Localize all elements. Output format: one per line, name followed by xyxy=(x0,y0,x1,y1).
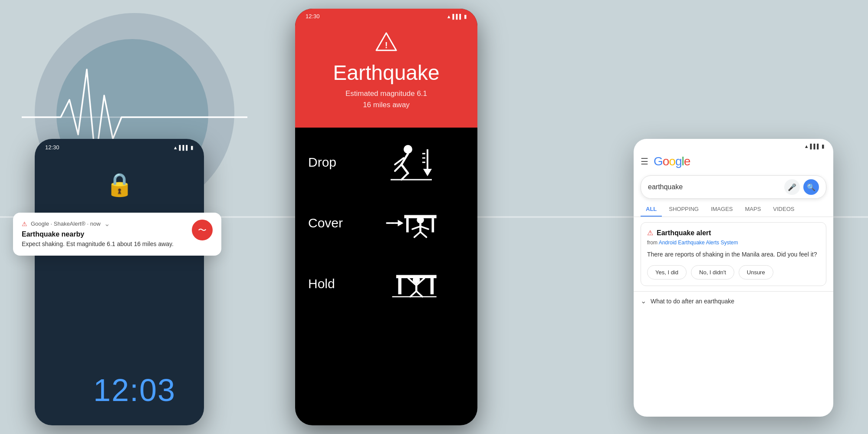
google-status-icons: ▲ ▌▌▌ ▮ xyxy=(804,143,825,149)
drop-label: Drop xyxy=(308,155,352,170)
eq-response-buttons: Yes, I did No, I didn't Unsure xyxy=(647,265,820,279)
hold-label: Hold xyxy=(308,276,352,291)
alert-subtitle: Estimated magnitude 6.1 16 miles away xyxy=(345,88,427,110)
svg-line-23 xyxy=(421,232,427,237)
svg-rect-31 xyxy=(431,278,434,294)
search-button[interactable]: 🔍 xyxy=(803,179,819,195)
svg-line-8 xyxy=(401,173,408,180)
alert-red-section: ! Earthquake Estimated magnitude 6.1 16 … xyxy=(295,22,477,128)
notification-content: ⚠ Google · ShakeAlert® · now ⌄ Earthquak… xyxy=(22,220,187,249)
lock-icon: 🔒 xyxy=(105,171,134,198)
svg-line-36 xyxy=(410,291,416,297)
tab-shopping[interactable]: SHOPPING xyxy=(664,202,704,217)
eq-warning-icon: ⚠ xyxy=(647,229,653,237)
svg-text:!: ! xyxy=(385,40,388,50)
left-section: 12:30 ▲ ▌▌▌ ▮ 🔒 ⚠ Google · ShakeAlert® ·… xyxy=(0,0,269,434)
alert-distance: 16 miles away xyxy=(363,101,410,109)
svg-line-6 xyxy=(395,164,401,171)
notification-body: Expect shaking. Est magnitude 6.1 about … xyxy=(22,240,187,249)
tab-maps[interactable]: MAPS xyxy=(740,202,766,217)
alert-magnitude: Estimated magnitude 6.1 xyxy=(345,89,427,98)
eq-alert-header: ⚠ Earthquake alert xyxy=(647,229,820,237)
yes-i-did-button[interactable]: Yes, I did xyxy=(647,265,687,279)
clock-display: 12:03 xyxy=(0,372,269,408)
status-time: 12:30 xyxy=(45,144,59,151)
google-header: ☰ Google xyxy=(634,151,833,172)
cover-instruction: Cover xyxy=(308,201,464,245)
hold-icon-area xyxy=(360,262,464,306)
tab-images[interactable]: IMAGES xyxy=(706,202,738,217)
microphone-icon: 🎤 xyxy=(788,183,796,191)
cover-icon-area xyxy=(360,201,464,245)
warning-triangle-icon: ⚠ xyxy=(22,220,27,227)
cover-label: Cover xyxy=(308,216,352,230)
eq-alert-source: from Android Earthquake Alerts System xyxy=(647,240,820,246)
svg-marker-11 xyxy=(423,169,432,176)
svg-line-37 xyxy=(416,291,422,297)
notification-action-button[interactable]: 〜 xyxy=(192,220,213,240)
earthquake-alert-card: ⚠ Earthquake alert from Android Earthqua… xyxy=(641,222,826,286)
alert-instructions-section: Drop xyxy=(295,128,477,336)
google-phone-status-bar: ▲ ▌▌▌ ▮ xyxy=(634,139,833,151)
alert-status-time: 12:30 xyxy=(306,13,320,20)
tab-all[interactable]: ALL xyxy=(641,202,662,217)
alert-triangle-icon: ! xyxy=(375,31,397,56)
google-logo: Google xyxy=(654,155,690,168)
cover-figure-icon xyxy=(384,201,441,245)
hold-instruction: Hold xyxy=(308,262,464,306)
svg-point-3 xyxy=(404,145,412,154)
eq-alert-body: There are reports of shaking in the Mani… xyxy=(647,250,820,259)
notification-header: ⚠ Google · ShakeAlert® · now ⌄ xyxy=(22,220,187,228)
alert-phone: 12:30 ▲ ▌▌▌ ▮ ! Earthquake Estimated mag… xyxy=(295,9,477,425)
phone-status-bar: 12:30 ▲ ▌▌▌ ▮ xyxy=(35,139,204,154)
drop-figure-icon xyxy=(384,141,441,184)
notification-chevron-icon[interactable]: ⌄ xyxy=(104,220,110,228)
notification-title: Earthquake nearby xyxy=(22,230,187,238)
svg-line-7 xyxy=(401,164,408,173)
status-icons: ▲ ▌▌▌ ▮ xyxy=(173,145,194,151)
unsure-button[interactable]: Unsure xyxy=(739,265,773,279)
alert-title: Earthquake xyxy=(333,61,440,85)
drop-icon-area xyxy=(360,141,464,184)
seismic-wave-icon: 〜 xyxy=(198,224,207,236)
svg-line-21 xyxy=(421,226,429,229)
eq-source-link[interactable]: Android Earthquake Alerts System xyxy=(659,240,738,246)
search-bar[interactable]: earthquake 🎤 🔍 xyxy=(641,175,826,199)
svg-rect-30 xyxy=(398,278,401,294)
svg-line-22 xyxy=(414,232,421,237)
no-i-didnt-button[interactable]: No, I didn't xyxy=(691,265,734,279)
svg-marker-25 xyxy=(398,220,404,227)
svg-line-20 xyxy=(412,226,421,229)
alert-status-icons: ▲ ▌▌▌ ▮ xyxy=(447,13,467,20)
notification-card: ⚠ Google · ShakeAlert® · now ⌄ Earthquak… xyxy=(13,213,221,256)
hold-figure-icon xyxy=(384,262,441,306)
svg-rect-16 xyxy=(406,218,409,232)
hamburger-menu-icon[interactable]: ☰ xyxy=(641,156,648,167)
more-info-row[interactable]: ⌄ What to do after an earthquake xyxy=(634,291,833,310)
alert-phone-status-bar: 12:30 ▲ ▌▌▌ ▮ xyxy=(295,9,477,22)
svg-rect-17 xyxy=(432,218,434,232)
google-search-phone: ▲ ▌▌▌ ▮ ☰ Google earthquake 🎤 🔍 ALL SHOP… xyxy=(634,139,833,417)
lock-icon-area: 🔒 xyxy=(35,154,204,198)
drop-instruction: Drop xyxy=(308,141,464,184)
microphone-button[interactable]: 🎤 xyxy=(784,179,800,195)
search-icon: 🔍 xyxy=(807,183,815,191)
svg-point-18 xyxy=(417,216,424,224)
more-info-text: What to do after an earthquake xyxy=(651,298,734,305)
notification-source: Google · ShakeAlert® · now xyxy=(31,220,101,227)
search-tabs: ALL SHOPPING IMAGES MAPS VIDEOS xyxy=(634,202,833,217)
search-input[interactable]: earthquake xyxy=(648,183,784,191)
eq-alert-title: Earthquake alert xyxy=(657,229,711,237)
more-info-chevron-icon: ⌄ xyxy=(641,297,646,305)
tab-videos[interactable]: VIDEOS xyxy=(768,202,799,217)
